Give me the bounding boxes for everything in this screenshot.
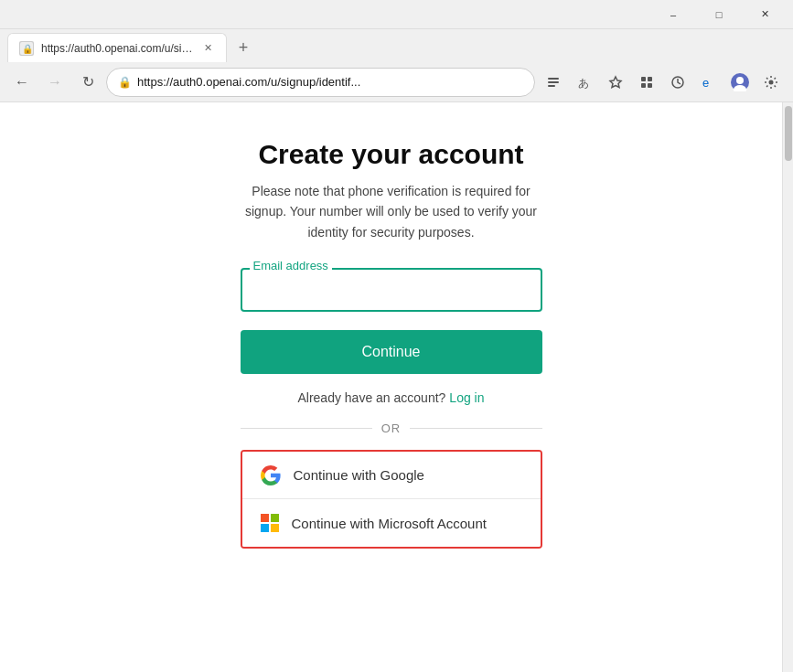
or-line-left [241,428,372,429]
history-icon[interactable] [663,68,692,97]
tab-bar: 🔒 https://auth0.openai.com/u/sign ✕ + [0,29,793,62]
tab-title: https://auth0.openai.com/u/sign [41,42,193,55]
ms-icon-q3 [261,524,269,532]
page-content: Create your account Please note that pho… [117,139,666,549]
already-account-text: Already have an account? [297,390,445,405]
browser-content-wrapper: Create your account Please note that pho… [0,102,793,672]
title-bar-controls: – □ ✕ [652,2,786,27]
settings-icon[interactable] [756,68,786,97]
edge-icon[interactable]: e [694,68,723,97]
email-field-wrapper: Email address [241,268,542,312]
microsoft-icon [261,514,279,532]
ms-icon-q2 [271,514,279,522]
google-button-label: Continue with Google [294,467,424,483]
page-subtitle: Please note that phone verification is r… [236,181,547,242]
title-bar: – □ ✕ [0,0,793,29]
or-line-right [410,428,541,429]
svg-point-14 [736,77,744,84]
ms-icon-q4 [271,524,279,532]
continue-button[interactable]: Continue [241,330,542,374]
email-input[interactable] [241,268,542,312]
favorites-icon[interactable] [601,68,630,97]
nav-icons: あ e [539,68,786,97]
new-tab-button[interactable]: + [230,35,256,60]
active-tab[interactable]: 🔒 https://auth0.openai.com/u/sign ✕ [7,33,227,62]
ms-icon-q1 [261,514,269,522]
google-signin-button[interactable]: Continue with Google [242,452,541,499]
forward-button[interactable]: → [40,68,70,97]
profile-icon[interactable] [725,68,755,97]
browser-frame: – □ ✕ 🔒 https://auth0.openai.com/u/sign … [0,0,793,672]
microsoft-signin-button[interactable]: Continue with Microsoft Account [242,499,541,547]
login-row: Already have an account? Log in [297,390,484,405]
tab-favicon: 🔒 [19,41,34,56]
svg-rect-10 [648,83,652,88]
browser-content: Create your account Please note that pho… [0,102,782,672]
google-icon [261,465,281,485]
restore-button[interactable]: □ [698,2,740,27]
minimize-button[interactable]: – [652,2,694,27]
reader-icon[interactable] [539,68,568,97]
address-text: https://auth0.openai.com/u/signup/identi… [137,75,523,89]
svg-rect-4 [548,85,555,87]
scrollbar[interactable] [782,102,793,672]
svg-rect-3 [548,81,559,83]
svg-text:🔒: 🔒 [22,43,33,55]
tab-close-button[interactable]: ✕ [200,41,215,56]
microsoft-button-label: Continue with Microsoft Account [292,516,487,531]
svg-rect-9 [641,83,646,88]
or-text: OR [381,421,402,435]
svg-text:e: e [702,76,709,90]
collections-icon[interactable] [632,68,661,97]
svg-rect-2 [548,78,559,80]
email-label: Email address [250,259,332,272]
back-button[interactable]: ← [7,68,37,97]
address-bar[interactable]: 🔒 https://auth0.openai.com/u/signup/iden… [106,68,535,97]
refresh-button[interactable]: ↻ [73,68,102,97]
svg-point-16 [769,80,774,84]
social-buttons-container: Continue with Google Continue with Micro… [241,450,542,549]
lock-icon: 🔒 [118,76,132,89]
or-divider: OR [241,421,542,435]
page-title: Create your account [258,139,523,170]
translate-icon[interactable]: あ [570,68,599,97]
close-button[interactable]: ✕ [744,2,786,27]
svg-rect-8 [648,77,652,81]
svg-text:あ: あ [578,77,589,90]
svg-marker-6 [610,77,621,88]
login-link[interactable]: Log in [449,390,484,405]
nav-bar: ← → ↻ 🔒 https://auth0.openai.com/u/signu… [0,62,793,102]
scrollbar-thumb[interactable] [785,106,792,161]
svg-rect-7 [641,77,646,81]
